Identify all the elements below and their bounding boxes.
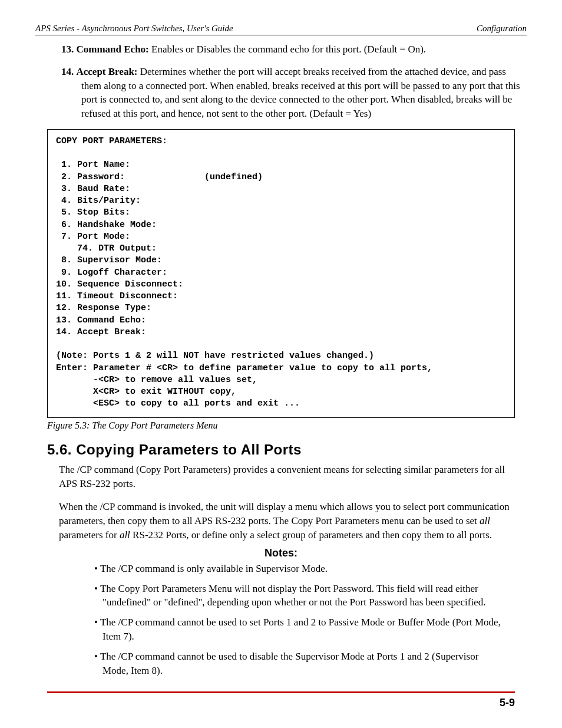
item-number: 14.	[61, 66, 74, 77]
body-paragraph-2: When the /CP command is invoked, the uni…	[59, 500, 515, 542]
item-text: Determines whether the port will accept …	[81, 66, 520, 119]
item-text: Enables or Disables the command echo for…	[149, 44, 426, 55]
notes-heading: Notes:	[35, 547, 527, 559]
figure-caption: Figure 5.3: The Copy Port Parameters Men…	[47, 420, 515, 431]
body-paragraph-1: The /CP command (Copy Port Parameters) p…	[59, 463, 515, 491]
p2-text-a: When the /CP command is invoked, the uni…	[59, 501, 510, 526]
p2-text-e: RS-232 Ports, or define only a select gr…	[130, 529, 492, 541]
item-term: Accept Break:	[77, 66, 138, 77]
page: APS Series - Asynchronous Port Switches,…	[0, 0, 562, 728]
notes-item: The /CP command cannot be used to set Po…	[94, 615, 503, 644]
p2-italic-b: all	[480, 515, 490, 526]
header-right: Configuration	[477, 24, 527, 34]
section-heading: 5.6. Copying Parameters to All Ports	[47, 442, 515, 458]
footer-rule	[47, 691, 515, 693]
header-left: APS Series - Asynchronous Port Switches,…	[35, 24, 233, 34]
list-item-14: 14. Accept Break: Determines whether the…	[81, 65, 527, 121]
notes-item: The /CP command is only available in Sup…	[94, 562, 503, 576]
page-number: 5-9	[35, 697, 515, 709]
item-term: Command Echo:	[77, 44, 149, 55]
page-header: APS Series - Asynchronous Port Switches,…	[35, 24, 527, 35]
notes-list: The /CP command is only available in Sup…	[94, 562, 503, 678]
figure-box: COPY PORT PARAMETERS: 1. Port Name: 2. P…	[47, 129, 515, 418]
parameter-list: 13. Command Echo: Enables or Disables th…	[35, 42, 527, 121]
p2-italic-d: all	[120, 529, 130, 541]
p2-text-c: parameters for	[59, 529, 120, 541]
notes-item: The Copy Port Parameters Menu will not d…	[94, 582, 503, 610]
list-item-13: 13. Command Echo: Enables or Disables th…	[81, 42, 527, 57]
item-number: 13.	[61, 44, 74, 55]
notes-item: The /CP command cannot be used to disabl…	[94, 650, 503, 678]
